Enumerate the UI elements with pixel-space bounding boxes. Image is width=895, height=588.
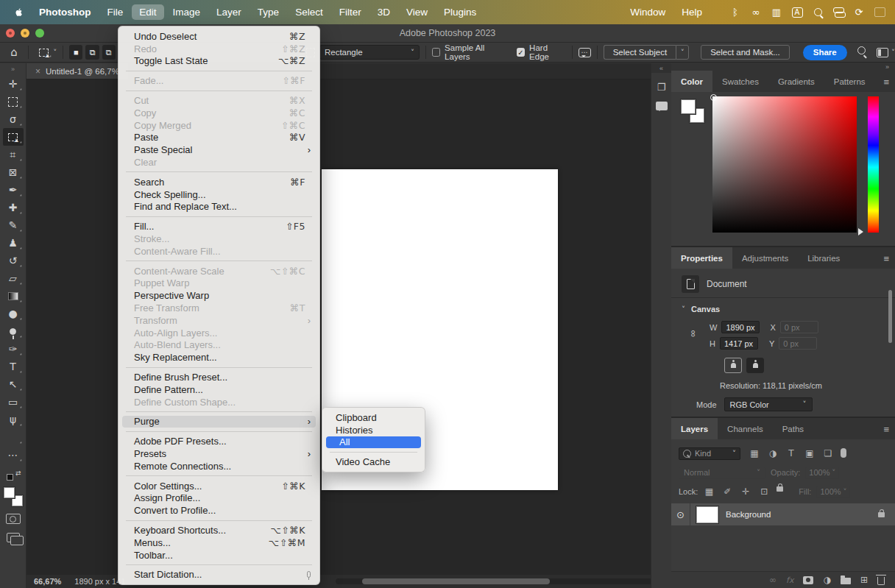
width-field[interactable]: 1890 px xyxy=(721,321,760,333)
tab-channels[interactable]: Channels xyxy=(718,418,773,439)
menu-item-paste-special[interactable]: Paste Special › xyxy=(118,144,319,156)
menu-item-fade[interactable]: Fade... ⇧⌘F xyxy=(118,74,319,87)
purge-all[interactable]: All xyxy=(326,436,421,449)
menu-item-color-settings[interactable]: Color Settings... ⇧⌘K xyxy=(118,480,319,492)
menubar-view[interactable]: View xyxy=(399,4,435,20)
menu-item-puppet-warp[interactable]: Puppet Warp xyxy=(118,277,319,290)
menu-item-copy-merged[interactable]: Copy Merged ⇧⌘C xyxy=(118,119,319,132)
saturation-brightness-field[interactable] xyxy=(712,96,857,233)
path-select-tool[interactable]: ↖ xyxy=(3,375,24,393)
tab-properties[interactable]: Properties xyxy=(671,247,732,269)
more-tools[interactable]: ⋯ xyxy=(3,446,24,464)
panel-scrollbar[interactable] xyxy=(888,290,892,343)
new-selection-mode-icon[interactable]: ■ xyxy=(69,45,82,60)
menu-item-define-brush-preset[interactable]: Define Brush Preset... xyxy=(118,371,319,383)
y-field[interactable]: 0 px xyxy=(779,337,817,350)
tab-libraries[interactable]: Libraries xyxy=(798,247,849,269)
feedback-comment-icon[interactable]: ⋯ xyxy=(579,48,591,57)
fill-field[interactable]: 100% ˅ xyxy=(816,486,850,498)
filter-shape-layers-icon[interactable]: ▣ xyxy=(804,448,816,458)
object-selection-tool[interactable] xyxy=(3,128,24,146)
layer-lock-icon[interactable] xyxy=(878,512,885,517)
foreground-background-swatches[interactable] xyxy=(4,487,23,506)
screen-grid-icon[interactable] xyxy=(873,7,886,18)
version-history-icon[interactable]: ❐ xyxy=(657,82,666,93)
sample-all-layers-checkbox[interactable]: ✓ xyxy=(432,48,440,57)
color-mode-select[interactable]: RGB Color ˅ xyxy=(724,397,813,411)
search-icon[interactable] xyxy=(857,46,869,58)
hue-slider-marker[interactable] xyxy=(858,228,867,235)
menu-item-find-replace[interactable]: Find and Replace Text... xyxy=(118,201,319,213)
lock-transparency-icon[interactable]: ▦ xyxy=(703,486,715,497)
layer-effects-icon[interactable]: fx xyxy=(786,575,793,585)
section-chevron-icon[interactable]: ˅ xyxy=(682,305,685,314)
layer-mask-icon[interactable] xyxy=(803,576,813,584)
select-subject-button[interactable]: Select Subject xyxy=(604,45,676,60)
zoom-level-field[interactable]: 66,67% xyxy=(34,577,61,586)
tab-gradients[interactable]: Gradients xyxy=(768,71,824,92)
height-field[interactable]: 1417 px xyxy=(720,337,758,350)
menu-item-auto-blend-layers[interactable]: Auto-Blend Layers... xyxy=(118,339,319,352)
tool-preset-icon[interactable] xyxy=(35,45,54,60)
panel-menu-icon[interactable]: ≡ xyxy=(883,253,889,264)
hard-edge-checkbox[interactable]: ✓ xyxy=(517,48,525,57)
marquee-tool[interactable] xyxy=(3,93,24,110)
comments-icon[interactable] xyxy=(656,102,668,110)
dock-expand-icon[interactable]: » xyxy=(671,63,895,71)
link-layers-icon[interactable]: ∞ xyxy=(769,575,777,585)
quick-mask-button[interactable] xyxy=(6,514,21,524)
adjustment-layer-icon[interactable]: ◑ xyxy=(823,575,830,585)
lasso-tool[interactable]: σ xyxy=(3,110,24,128)
menu-item-transform[interactable]: Transform › xyxy=(118,314,319,327)
filter-pixel-layers-icon[interactable]: ▦ xyxy=(749,448,760,458)
lock-all-icon[interactable] xyxy=(777,486,783,492)
menu-item-convert-to-profile[interactable]: Convert to Profile... xyxy=(118,504,319,517)
menu-item-define-custom-shape[interactable]: Define Custom Shape... xyxy=(118,396,319,408)
share-button[interactable]: Share xyxy=(803,45,847,60)
screen-mode-button[interactable] xyxy=(7,533,20,542)
menu-item-assign-profile[interactable]: Assign Profile... xyxy=(118,492,319,505)
layer-filter-kind-select[interactable]: Kind ˅ xyxy=(679,447,740,460)
gradient-tool[interactable] xyxy=(3,287,24,305)
menu-item-content-aware-fill[interactable]: Content-Aware Fill... xyxy=(118,245,319,258)
home-icon[interactable]: ⌂ xyxy=(6,46,22,59)
document-tab[interactable]: × Untitled-1 @ 66,7% xyxy=(26,63,128,79)
move-tool[interactable]: ✛ xyxy=(3,75,24,93)
landscape-orientation-button[interactable] xyxy=(746,358,764,373)
blur-tool[interactable]: ● xyxy=(3,305,24,322)
menu-item-presets[interactable]: Presets › xyxy=(118,447,319,460)
add-selection-mode-icon[interactable]: ⧉ xyxy=(85,45,99,60)
menu-item-copy[interactable]: Copy ⌘C xyxy=(118,107,319,119)
menubar-help[interactable]: Help xyxy=(674,4,710,20)
purge-clipboard[interactable]: Clipboard xyxy=(322,411,425,424)
layer-thumbnail[interactable] xyxy=(696,506,718,523)
menu-item-define-pattern[interactable]: Define Pattern... xyxy=(118,383,319,396)
menu-item-paste[interactable]: Paste ⌘V xyxy=(118,132,319,144)
color-field-marker[interactable] xyxy=(710,94,717,101)
filter-type-layers-icon[interactable]: T xyxy=(785,448,797,458)
menu-item-content-aware-scale[interactable]: Content-Aware Scale ⌥⇧⌘C xyxy=(118,265,319,277)
healing-brush-tool[interactable]: ✚ xyxy=(3,199,24,216)
blend-mode-select[interactable]: Normal ˅ xyxy=(679,467,765,479)
crop-tool[interactable]: ⌗ xyxy=(3,146,24,163)
tab-swatches[interactable]: Swatches xyxy=(712,71,768,92)
menu-item-remote-connections[interactable]: Remote Connections... xyxy=(118,460,319,472)
eyedropper-tool[interactable]: ✒ xyxy=(3,181,24,199)
tab-paths[interactable]: Paths xyxy=(773,418,813,439)
menubar-filter[interactable]: Filter xyxy=(332,4,369,20)
apple-logo-icon[interactable] xyxy=(9,7,32,18)
color-fg-bg-swatches[interactable] xyxy=(681,99,706,124)
bluetooth-icon[interactable]: ᛒ xyxy=(729,7,742,18)
menubar-file[interactable]: File xyxy=(100,4,131,20)
x-field[interactable]: 0 px xyxy=(780,321,818,333)
screen-mirroring-icon[interactable]: ∞ xyxy=(749,7,763,18)
menu-item-check-spelling[interactable]: Check Spelling... xyxy=(118,188,319,201)
menubar-image[interactable]: Image xyxy=(166,4,208,20)
menubar-photoshop[interactable]: Photoshop xyxy=(32,4,99,20)
collapse-panels-icon[interactable]: « xyxy=(651,63,671,73)
time-machine-icon[interactable]: ⟳ xyxy=(852,7,866,18)
purge-histories[interactable]: Histories xyxy=(322,424,425,436)
filter-adjustment-layers-icon[interactable]: ◑ xyxy=(767,448,779,458)
dodge-tool[interactable] xyxy=(3,322,24,340)
filter-smart-objects-icon[interactable]: ❏ xyxy=(822,448,834,458)
